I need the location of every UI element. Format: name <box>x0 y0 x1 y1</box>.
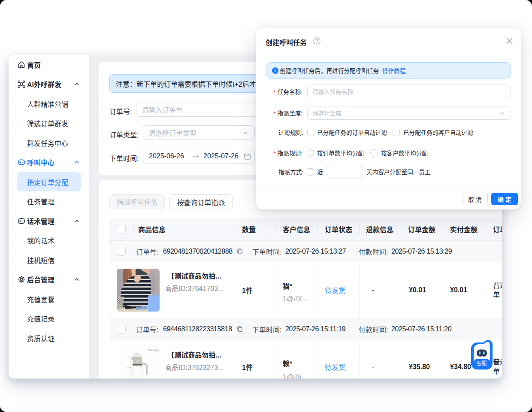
svg-text:客服: 客服 <box>476 360 487 367</box>
svg-text:150mm: 150mm <box>126 367 131 369</box>
svg-text:90mm: 90mm <box>134 352 139 354</box>
svg-text:590ml 全色: 590ml 全色 <box>148 349 159 351</box>
